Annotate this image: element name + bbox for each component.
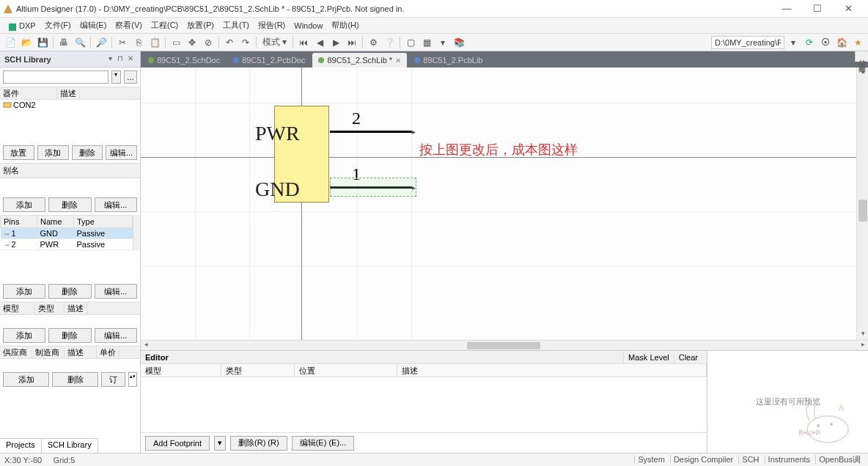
th-type[interactable]: Type (74, 216, 133, 228)
nav-prev-icon[interactable]: ◀ (312, 36, 327, 49)
scrollbar[interactable] (133, 215, 140, 250)
tab-sch-library[interactable]: SCH Library (42, 439, 98, 453)
scroll-down-icon[interactable]: ▾ (857, 330, 868, 340)
path-input[interactable] (711, 36, 784, 49)
scroll-up-icon[interactable]: ▴ (857, 68, 868, 78)
tool-icon[interactable]: ⚙ (366, 36, 380, 49)
menu-window[interactable]: Window (290, 20, 327, 32)
add-button[interactable]: 添加 (37, 145, 69, 160)
order-button[interactable]: 订 (101, 372, 125, 387)
vertical-scrollbar[interactable]: ▴ ▾ (856, 68, 868, 340)
deselect-icon[interactable]: ⊘ (201, 36, 216, 49)
help-icon[interactable]: ❔ (382, 36, 397, 49)
search-dd-icon[interactable]: ▾ (111, 70, 121, 84)
nav-last-icon[interactable]: ⏭ (345, 36, 359, 49)
menu-dxp[interactable]: DXP (15, 20, 40, 32)
edit-button[interactable]: 编辑... (95, 197, 137, 212)
delete-button[interactable]: 删除 (48, 328, 91, 343)
home-icon[interactable]: 🏠 (834, 36, 849, 49)
fav-icon[interactable]: ★ (850, 36, 865, 49)
link-design-compiler[interactable]: Design Compiler (670, 455, 736, 464)
th-pins[interactable]: Pins (1, 216, 37, 228)
col-model[interactable]: 模型 (141, 364, 221, 376)
menu-edit[interactable]: 编辑(E) (76, 18, 111, 32)
col-desc[interactable]: 描述 (65, 303, 87, 314)
panel-pin-icon[interactable]: ⊓ (115, 54, 125, 65)
tab-close-icon[interactable]: ✕ (395, 57, 401, 65)
mask-level-button[interactable]: Mask Level (623, 351, 674, 363)
menu-view[interactable]: 察看(V) (111, 18, 147, 32)
order-spinner[interactable]: ▴▾ (128, 372, 137, 387)
edit-button[interactable]: 编辑... (95, 284, 137, 299)
add-footprint-button[interactable]: Add Footprint (145, 436, 210, 451)
preview-icon[interactable]: 🔍 (73, 36, 87, 49)
scroll-right-icon[interactable]: ▸ (858, 341, 868, 351)
move-icon[interactable]: ✥ (185, 36, 199, 49)
col-supplier[interactable]: 供应商 (0, 347, 32, 358)
refresh-icon[interactable]: ⟳ (802, 36, 817, 49)
link-instruments[interactable]: Instruments (765, 455, 813, 464)
add-button[interactable]: 添加 (3, 197, 45, 212)
print-icon[interactable]: 🖶 (56, 36, 71, 49)
col-price[interactable]: 单价 (97, 347, 119, 358)
scroll-left-icon[interactable]: ◂ (141, 341, 151, 351)
more-icon[interactable]: ▾ (435, 36, 450, 49)
panel-close-icon[interactable]: ✕ (125, 54, 136, 65)
menu-file[interactable]: 文件(F) (40, 18, 76, 32)
mode-dropdown[interactable]: 模式 ▾ (260, 36, 290, 49)
paste-icon[interactable]: 📋 (147, 36, 162, 49)
table-row[interactable]: ⊸ 2 PWR Passive (1, 239, 133, 250)
col-model[interactable]: 模型 (0, 303, 35, 314)
tab-schlib[interactable]: 89C51_2.SchLib * ✕ (312, 53, 407, 68)
search-input[interactable] (3, 70, 108, 84)
schematic-canvas[interactable]: PWR GND 2 ▸ 1 ▸ 按上图更改后，成本图这样 (141, 68, 856, 340)
col-type[interactable]: 类型 (35, 303, 65, 314)
right-vertical-tabs[interactable]: 偏好的 库 剪贴板 (855, 51, 868, 62)
cut-icon[interactable]: ✂ (115, 36, 130, 49)
select-icon[interactable]: ▭ (169, 36, 183, 49)
tab-pcbdoc[interactable]: 89C51_2.PcbDoc (227, 53, 311, 68)
menu-help[interactable]: 帮助(H) (327, 18, 363, 32)
nav-first-icon[interactable]: ⏮ (296, 36, 311, 49)
delete-button[interactable]: 删除 (72, 145, 103, 160)
link-system[interactable]: System (634, 455, 668, 464)
stop-icon[interactable]: ⦿ (818, 36, 833, 49)
edit-button[interactable]: 编辑... (106, 145, 137, 160)
delete-button[interactable]: 删除 (48, 284, 91, 299)
nav-next-icon[interactable]: ▶ (328, 36, 343, 49)
th-name[interactable]: Name (37, 216, 74, 228)
tab-schdoc[interactable]: 89C51_2.SchDoc (142, 53, 226, 68)
delete-button[interactable]: 删除 (48, 197, 91, 212)
comp-icon[interactable]: ▢ (403, 36, 418, 49)
col-component[interactable]: 器件 (0, 88, 57, 99)
menu-report[interactable]: 报告(R) (254, 18, 290, 32)
redo-icon[interactable]: ↷ (238, 36, 253, 49)
pin-2-line[interactable] (330, 131, 412, 133)
menu-tools[interactable]: 工具(T) (218, 18, 254, 32)
zoom-icon[interactable]: 🔎 (94, 36, 108, 49)
minimize-button[interactable]: — (776, 3, 798, 14)
tab-projects[interactable]: Projects (0, 439, 42, 453)
new-icon[interactable]: 📄 (3, 36, 18, 49)
maximize-button[interactable]: ☐ (806, 3, 828, 14)
grid-icon[interactable]: ▦ (419, 36, 434, 49)
clear-button[interactable]: Clear (674, 351, 702, 363)
table-row[interactable]: ⊸ 1 GND Passive (1, 228, 133, 239)
col-type[interactable]: 类型 (221, 364, 295, 376)
lib-icon[interactable]: 📚 (452, 36, 466, 49)
menu-project[interactable]: 工程(C) (147, 18, 183, 32)
tab-pcblib[interactable]: 89C51_2.PcbLib (408, 53, 488, 68)
add-button[interactable]: 添加 (3, 328, 45, 343)
save-icon[interactable]: 💾 (35, 36, 50, 49)
alias-label[interactable]: 别名 (3, 165, 137, 176)
add-button[interactable]: 添加 (3, 284, 45, 299)
col-description[interactable]: 描述 (57, 88, 80, 99)
add-button[interactable]: 添加 (3, 372, 49, 387)
col-desc[interactable]: 描述 (65, 347, 97, 358)
copy-icon[interactable]: ⎘ (131, 36, 146, 49)
add-footprint-dd-icon[interactable]: ▾ (214, 436, 226, 451)
undo-icon[interactable]: ↶ (222, 36, 237, 49)
path-dd-icon[interactable]: ▾ (786, 36, 801, 49)
search-go-button[interactable]: … (124, 70, 137, 84)
col-desc[interactable]: 描述 (397, 364, 707, 376)
